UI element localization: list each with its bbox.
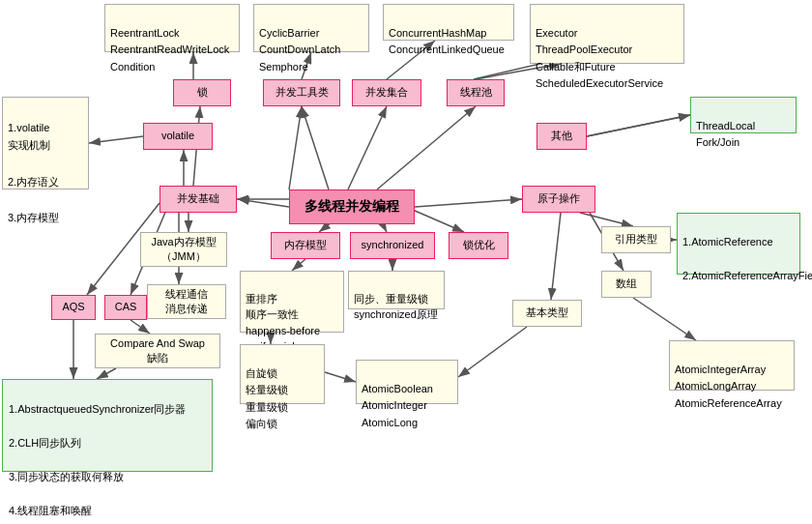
thread-pool-node: 线程池 [447, 79, 505, 106]
volatile-detail-node: 1.volatile 实现机制 2.内存语义 3.内存模型 [2, 97, 89, 189]
svg-line-22 [580, 213, 633, 226]
others-node: 其他 [536, 123, 587, 150]
svg-line-2 [238, 199, 289, 207]
svg-line-21 [551, 213, 561, 300]
svg-line-26 [458, 327, 527, 377]
svg-line-30 [302, 106, 329, 189]
aqs-node: AQS [51, 295, 96, 320]
svg-line-3 [415, 199, 522, 207]
jmm-node: Java内存模型 （JMM） [140, 232, 227, 267]
atomic-op-node: 原子操作 [522, 186, 595, 213]
svg-line-37 [587, 115, 690, 136]
lock-types-node: 自旋锁 轻量级锁 重量级锁 偏向锁 [240, 344, 325, 404]
basic-type-node: 基本类型 [512, 300, 582, 327]
svg-line-6 [406, 207, 464, 232]
svg-line-25 [633, 298, 696, 340]
concurrent-base-node: 并发基础 [160, 186, 237, 213]
atomic-ref-node: 1.AtomicReference 2.AtomicReferenceArray… [677, 213, 800, 275]
aqs-detail-node: 1.AbstractqueuedSynchronizer同步器 2.CLH同步队… [2, 379, 213, 472]
executor-node: Executor ThreadPoolExecutor Callable和Fut… [530, 4, 684, 64]
volatile-node: volatile [143, 123, 213, 150]
array-node: 数组 [601, 271, 652, 298]
concurrent-tools-node: 并发工具类 [263, 79, 340, 106]
svg-line-20 [587, 115, 690, 136]
svg-line-27 [292, 259, 305, 271]
svg-line-32 [377, 106, 476, 189]
ref-type-node: 引用类型 [601, 226, 671, 253]
cyclic-barrier-node: CyclicBarrier CountDownLatch Semphore [253, 4, 369, 52]
memory-model-node: 内存模型 [271, 232, 340, 259]
svg-line-33 [89, 136, 143, 143]
main-node: 多线程并发编程 [289, 189, 415, 224]
diagram-container: 多线程并发编程 锁 volatile 并发基础 Java内存模型 （JMM） 线… [0, 0, 812, 524]
svg-line-31 [348, 106, 387, 189]
cas-node: CAS [104, 295, 147, 320]
thread-comm-node: 线程通信 消息传递 [147, 284, 226, 319]
concurrent-hashmap-node: ConcurrentHashMap ConcurrentLinkedQueue [383, 4, 514, 41]
threadlocal-forkjoin-node: ThreadLocal Fork/Join [690, 97, 797, 133]
svg-line-15 [97, 368, 116, 379]
atomic-array-node: AtomicIntegerArray AtomicLongArray Atomi… [669, 340, 795, 391]
reentrant-lock-node: ReentrantLock ReentrantReadWriteLock Con… [104, 4, 240, 52]
svg-line-35 [325, 372, 356, 382]
concurrent-collections-node: 并发集合 [352, 79, 421, 106]
svg-line-13 [130, 320, 150, 334]
svg-line-38 [289, 106, 302, 189]
atomic-bool-int-node: AtomicBoolean AtomicInteger AtomicLong [356, 360, 458, 404]
sync-detail-node: 同步、重量级锁 synchronized原理 [348, 271, 445, 309]
compare-and-swap-node: Compare And Swap 缺陷 [95, 334, 220, 368]
lock-opt-node: 锁优化 [449, 232, 508, 259]
lock-node: 锁 [173, 79, 231, 106]
reorder-node: 重排序 顺序一致性 happens-before as-if-serial [240, 271, 344, 333]
synchronized-node: synchronized [350, 232, 435, 259]
